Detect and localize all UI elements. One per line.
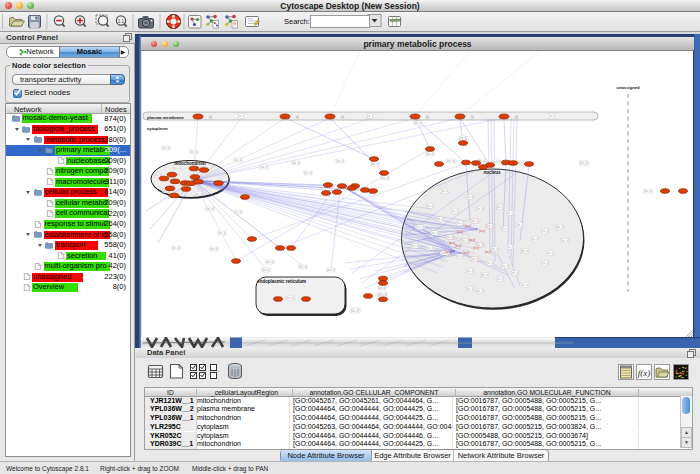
svg-text:[xx, x]: [xx, x] — [546, 251, 554, 255]
svg-text:[xx, x]: [xx, x] — [461, 239, 469, 243]
svg-text:[xx,x]: [xx,x] — [465, 224, 471, 228]
svg-text:[xx, x]: [xx, x] — [476, 289, 484, 293]
svg-text:[x]: [x] — [515, 115, 518, 119]
svg-text:[xx, x]: [xx, x] — [378, 286, 386, 290]
svg-text:[xx, x]: [xx, x] — [371, 162, 379, 166]
svg-text:[xx, x]: [xx, x] — [173, 166, 181, 170]
svg-text:[xx,x]: [xx,x] — [457, 230, 463, 234]
svg-text:[xx, x]: [xx, x] — [366, 114, 374, 118]
svg-text:[xx, x]: [xx, x] — [206, 207, 214, 211]
svg-text:[xx, x]: [xx, x] — [644, 189, 652, 193]
svg-text:[xx, x]: [xx, x] — [299, 265, 307, 269]
svg-text:[xx, x]: [xx, x] — [304, 171, 312, 175]
svg-text:mitochondrion: mitochondrion — [174, 161, 206, 166]
svg-text:[xx, x]: [xx, x] — [466, 269, 474, 273]
svg-text:[x]: [x] — [209, 115, 212, 119]
svg-text:[xx, x]: [xx, x] — [411, 244, 419, 248]
svg-text:[xx, x]: [xx, x] — [541, 261, 549, 265]
svg-text:[xx,x]: [xx,x] — [455, 244, 461, 248]
svg-text:[xx, x]: [xx, x] — [521, 249, 529, 253]
svg-text:[xx,x]: [xx,x] — [473, 246, 479, 250]
svg-text:[xx, x]: [xx, x] — [234, 210, 242, 214]
svg-text:[xx, x]: [xx, x] — [426, 204, 434, 208]
svg-text:[xx, x]: [xx, x] — [548, 114, 556, 118]
svg-text:unassigned: unassigned — [616, 85, 640, 90]
svg-text:[xx, x]: [xx, x] — [466, 195, 474, 199]
svg-text:[xx, x]: [xx, x] — [501, 264, 509, 268]
svg-text:[xx, x]: [xx, x] — [234, 158, 242, 162]
svg-text:[xx, x]: [xx, x] — [431, 231, 439, 235]
svg-text:[xx, x]: [xx, x] — [496, 205, 504, 209]
svg-text:[xx, x]: [xx, x] — [491, 247, 499, 251]
svg-text:[xx, x]: [xx, x] — [379, 292, 387, 296]
svg-text:[xx, x]: [xx, x] — [262, 268, 270, 272]
svg-text:[xx, x]: [xx, x] — [471, 257, 479, 261]
svg-text:[xx, x]: [xx, x] — [441, 189, 449, 193]
svg-text:[xx, x]: [xx, x] — [172, 246, 180, 250]
svg-text:[xx, x]: [xx, x] — [466, 287, 474, 291]
svg-text:[xx, x]: [xx, x] — [476, 207, 484, 211]
svg-text:[xx, x]: [xx, x] — [426, 152, 434, 156]
svg-text:[xx, x]: [xx, x] — [436, 217, 444, 221]
svg-text:[x]: [x] — [341, 115, 344, 119]
svg-text:[xx, x]: [xx, x] — [506, 245, 514, 249]
svg-text:[xx, x]: [xx, x] — [511, 271, 519, 275]
svg-text:[xx, x]: [xx, x] — [260, 165, 268, 169]
svg-text:[x]: [x] — [296, 115, 299, 119]
svg-text:nucleus: nucleus — [483, 170, 501, 175]
svg-text:[xx, x]: [xx, x] — [336, 159, 344, 163]
svg-text:endoplasmic reticulum: endoplasmic reticulum — [257, 279, 306, 284]
svg-text:[xx, x]: [xx, x] — [486, 224, 494, 228]
svg-text:[xx, x]: [xx, x] — [459, 136, 467, 140]
svg-text:[x]: [x] — [471, 115, 474, 119]
svg-text:[xx, x]: [xx, x] — [561, 239, 569, 243]
svg-text:f(x): f(x) — [638, 368, 651, 378]
svg-text:[xx, x]: [xx, x] — [381, 176, 389, 180]
svg-text:[xx,x]: [xx,x] — [479, 229, 485, 233]
svg-text:[xx, x]: [xx, x] — [426, 246, 434, 250]
svg-text:[xx,x]: [xx,x] — [463, 251, 469, 255]
svg-text:[xx, x]: [xx, x] — [286, 296, 294, 300]
svg-text:[xx, x]: [xx, x] — [556, 225, 564, 229]
svg-text:[xx, x]: [xx, x] — [218, 231, 226, 235]
svg-text:cytoplasm: cytoplasm — [147, 126, 168, 131]
svg-text:[xx, x]: [xx, x] — [292, 161, 300, 165]
svg-text:[xx, x]: [xx, x] — [210, 247, 218, 251]
svg-text:[xx, x]: [xx, x] — [580, 161, 588, 165]
svg-text:plasma membrane: plasma membrane — [147, 115, 184, 120]
svg-text:[xx, x]: [xx, x] — [446, 235, 454, 239]
svg-text:[xx,x]: [xx,x] — [469, 238, 475, 242]
svg-text:[xx, x]: [xx, x] — [521, 283, 529, 287]
svg-text:[xx, x]: [xx, x] — [447, 159, 455, 163]
svg-text:[xx, x]: [xx, x] — [451, 209, 459, 213]
svg-text:[xx, x]: [xx, x] — [471, 219, 479, 223]
svg-text:[xx, x]: [xx, x] — [414, 121, 422, 125]
svg-text:[xx, x]: [xx, x] — [162, 146, 170, 150]
svg-text:[xx, x]: [xx, x] — [237, 114, 245, 118]
svg-text:[xx,x]: [xx,x] — [449, 241, 455, 245]
svg-text:[xx, x]: [xx, x] — [351, 309, 359, 313]
svg-text:[xx, x]: [xx, x] — [416, 225, 424, 229]
svg-text:[x]: [x] — [426, 115, 429, 119]
svg-text:[xx, x]: [xx, x] — [506, 211, 514, 215]
svg-text:[xx, x]: [xx, x] — [481, 273, 489, 277]
svg-text:[xx, x]: [xx, x] — [456, 221, 464, 225]
svg-text:[xx, x]: [xx, x] — [327, 268, 335, 272]
svg-text:1:1: 1:1 — [118, 19, 125, 24]
svg-text:[xx,x]: [xx,x] — [485, 250, 491, 254]
svg-text:[xx, x]: [xx, x] — [496, 277, 504, 281]
svg-text:[xx, x]: [xx, x] — [493, 160, 501, 164]
svg-text:[xx, x]: [xx, x] — [531, 237, 539, 241]
svg-text:[xx, x]: [xx, x] — [190, 150, 198, 154]
svg-text:[xx,x]: [xx,x] — [445, 250, 451, 254]
svg-text:[xx, x]: [xx, x] — [195, 192, 203, 196]
svg-text:[xx, x]: [xx, x] — [501, 227, 509, 231]
svg-text:[xx, x]: [xx, x] — [486, 261, 494, 265]
svg-text:[xx, x]: [xx, x] — [516, 223, 524, 227]
svg-text:[xx, x]: [xx, x] — [541, 229, 549, 233]
svg-text:[xx, x]: [xx, x] — [266, 260, 274, 264]
